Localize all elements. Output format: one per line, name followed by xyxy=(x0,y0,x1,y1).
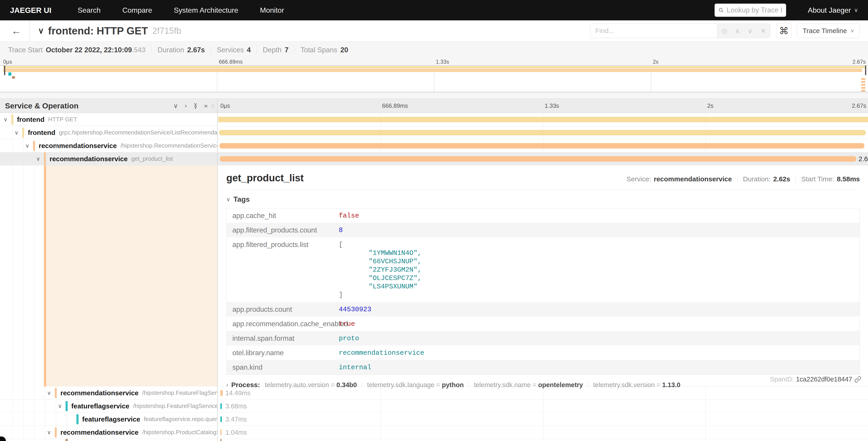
minimap-left-scrubber[interactable] xyxy=(4,66,5,75)
about-jaeger-label: About Jaeger xyxy=(808,6,851,14)
span-bar[interactable] xyxy=(220,156,856,161)
process-label: Process: xyxy=(231,381,260,389)
span-timeline-cell[interactable]: 3.47ms xyxy=(218,413,868,425)
tag-row[interactable]: otel.library.namerecommendationservice xyxy=(226,346,860,360)
span-row[interactable]: featureflagservicefeatureflagservice.rep… xyxy=(0,413,868,426)
collapse-one-icon[interactable]: ∨ xyxy=(173,102,178,110)
span-collapse-caret[interactable]: ∨ xyxy=(14,129,22,136)
search-icon xyxy=(718,7,724,13)
match-case-icon[interactable]: ◎ xyxy=(721,27,727,35)
about-jaeger-menu[interactable]: About Jaeger ∨ xyxy=(808,6,858,14)
span-row-partial[interactable] xyxy=(0,439,868,441)
nav-item-monitor[interactable]: Monitor xyxy=(260,6,284,14)
span-collapse-caret[interactable]: ∨ xyxy=(4,116,11,123)
span-bar[interactable] xyxy=(220,430,221,435)
timeline-minimap[interactable] xyxy=(0,65,868,92)
app-logo[interactable]: JAEGER UI xyxy=(10,6,51,15)
span-row[interactable]: ∨recommendationservice/hipstershop.Recom… xyxy=(0,139,868,152)
column-resize-grip[interactable]: || xyxy=(212,103,215,109)
tag-row[interactable]: internal.span.formatproto xyxy=(226,331,860,346)
tag-value: false xyxy=(339,211,359,220)
span-collapse-caret[interactable]: ∨ xyxy=(47,429,55,436)
timeline-tick: 2s xyxy=(707,102,713,109)
span-timeline-cell[interactable] xyxy=(218,113,868,126)
minimap-span-bar xyxy=(3,68,862,72)
tag-key: span.kind xyxy=(232,363,339,372)
trace-start-value: October 22 2022, 22:10:09 xyxy=(46,46,132,54)
span-color-bar xyxy=(76,414,79,424)
span-duration-value: 2.62s xyxy=(773,175,790,183)
span-duration-text: 3.68ms xyxy=(225,403,247,410)
span-bar[interactable] xyxy=(219,143,864,148)
expand-all-icon[interactable]: » xyxy=(204,102,208,109)
keyboard-shortcuts-button[interactable]: ⌘ xyxy=(776,24,792,38)
service-value: recommendationservice xyxy=(654,175,732,183)
prev-match-icon[interactable]: ∧ xyxy=(735,27,740,35)
tag-row[interactable]: app.cache_hitfalse xyxy=(226,208,860,223)
span-bar xyxy=(220,439,221,441)
tag-row[interactable]: app.recommendation.cache_enabledtrue xyxy=(226,317,860,331)
span-row[interactable]: ∨recommendationservice/hipstershop.Produ… xyxy=(0,426,868,439)
clear-find-icon[interactable]: ✕ xyxy=(760,27,766,35)
span-detail-zone: get_product_list Service: recommendation… xyxy=(0,166,868,386)
span-bar[interactable] xyxy=(220,390,223,396)
top-nav: JAEGER UI Search Compare System Architec… xyxy=(0,0,868,20)
tag-key: internal.span.format xyxy=(232,334,339,343)
span-timeline-cell[interactable]: 3.68ms xyxy=(218,400,868,412)
span-service-name: frontend xyxy=(28,129,56,137)
tag-row[interactable]: app.products.count44530923 xyxy=(226,302,860,317)
minimap-span-bar xyxy=(861,78,865,80)
service-operation-header: Service & Operation xyxy=(5,101,173,110)
tag-value: 8 xyxy=(339,226,343,235)
minimap-tick: 666.89ms xyxy=(219,59,243,65)
span-timeline-cell[interactable]: 2.62s xyxy=(218,152,868,165)
back-button[interactable]: ← xyxy=(11,25,21,36)
span-collapse-caret[interactable]: ∨ xyxy=(47,390,55,396)
nav-item-system-architecture[interactable]: System Architecture xyxy=(174,6,238,14)
expand-one-icon[interactable]: › xyxy=(185,102,187,109)
trace-view-selector[interactable]: Trace Timeline ∨ xyxy=(797,24,860,38)
tags-section-toggle[interactable]: ∨ Tags xyxy=(226,195,860,204)
span-bar[interactable] xyxy=(218,117,868,122)
span-operation-name: get_product_list xyxy=(131,155,173,162)
span-timeline-cell[interactable]: 1.04ms xyxy=(218,426,868,439)
span-row[interactable]: ∨recommendationserviceget_product_list2.… xyxy=(0,152,868,166)
tag-row[interactable]: span.kindinternal xyxy=(226,360,860,375)
trace-id-lookup-input[interactable]: Lookup by Trace ID... xyxy=(715,4,786,17)
span-collapse-caret[interactable]: ∨ xyxy=(58,403,66,409)
span-timeline-cell[interactable] xyxy=(218,139,868,152)
span-duration-text: 3.47ms xyxy=(225,416,247,423)
trace-view-label: Trace Timeline xyxy=(803,27,847,35)
tag-row[interactable]: app.filtered_products.list["1YMWWN1N4O",… xyxy=(226,237,860,302)
span-bar[interactable] xyxy=(220,403,222,409)
tag-row[interactable]: app.filtered_products.count8 xyxy=(226,223,860,237)
tag-key: app.filtered_products.list xyxy=(232,240,339,249)
nav-item-search[interactable]: Search xyxy=(78,6,100,14)
span-timeline-cell[interactable] xyxy=(218,126,868,139)
duration-value: 2.67s xyxy=(187,46,205,54)
next-match-icon[interactable]: ∨ xyxy=(748,27,753,35)
service-label: Service: xyxy=(626,175,651,183)
span-operation-name: /hipstershop.FeatureFlagService/Ge… xyxy=(133,403,218,410)
span-bar[interactable] xyxy=(219,130,866,136)
span-row[interactable]: ∨frontendHTTP GET xyxy=(0,113,868,126)
span-rows-bottom: ∨recommendationservice/hipstershop.Featu… xyxy=(0,386,868,439)
tag-value: internal xyxy=(339,363,371,372)
minimap-right-scrubber[interactable] xyxy=(865,66,866,75)
nav-item-compare[interactable]: Compare xyxy=(122,6,152,14)
process-row[interactable]: › Process: telemetry.auto.version=0.34b0… xyxy=(226,381,860,389)
link-icon[interactable] xyxy=(855,376,861,383)
chevron-down-icon: ∨ xyxy=(850,28,854,34)
timeline-tick: 2.67s xyxy=(852,102,866,109)
span-collapse-caret[interactable]: ∨ xyxy=(36,156,44,162)
find-bar: Find... ◎ ∧ ∨ ✕ xyxy=(590,24,770,38)
trace-collapse-caret[interactable]: ∨ xyxy=(38,26,44,35)
process-field-value: 1.13.0 xyxy=(662,381,680,389)
collapse-all-icon[interactable]: ∨∨ xyxy=(194,103,197,109)
span-row[interactable]: ∨frontendgrpc.hipstershop.Recommendation… xyxy=(0,126,868,139)
span-row[interactable]: ∨featureflagservice/hipstershop.FeatureF… xyxy=(0,400,868,413)
trace-summary-band: Trace Start October 22 2022, 22:10:09 .5… xyxy=(0,41,868,98)
find-input[interactable]: Find... xyxy=(590,24,717,38)
span-collapse-caret[interactable]: ∨ xyxy=(25,143,33,149)
span-bar[interactable] xyxy=(220,416,222,422)
